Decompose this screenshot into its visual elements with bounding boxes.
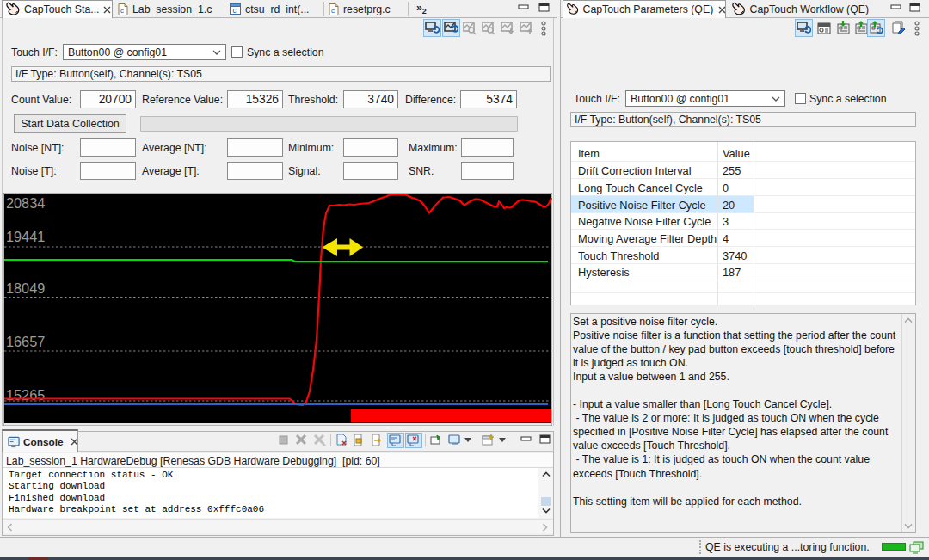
- svg-text:16657: 16657: [6, 334, 45, 349]
- svg-text:c: c: [232, 6, 237, 15]
- svg-text:c: c: [331, 7, 335, 15]
- svg-text:15265: 15265: [6, 387, 45, 403]
- svg-text:c: c: [120, 7, 124, 15]
- svg-text:19441: 19441: [6, 229, 45, 244]
- svg-text:20834: 20834: [6, 195, 45, 211]
- svg-text:18049: 18049: [6, 280, 45, 296]
